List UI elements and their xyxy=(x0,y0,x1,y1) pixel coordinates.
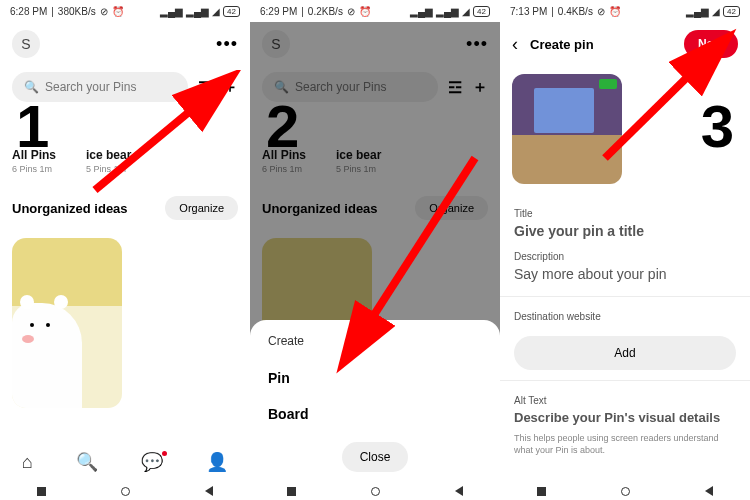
status-time: 7:13 PM xyxy=(510,6,547,17)
more-options-button[interactable]: ••• xyxy=(216,34,238,55)
phone-screen-2: 6:29 PM | 0.2KB/s ⊘ ⏰ ▂▄▆ ▂▄▆ ◢ 42 S ••• xyxy=(250,0,500,500)
home-button[interactable] xyxy=(621,487,630,496)
search-placeholder: Search your Pins xyxy=(45,80,136,94)
step-number-2: 2 xyxy=(266,92,299,161)
android-nav xyxy=(0,482,250,500)
alt-text-label: Alt Text xyxy=(514,395,736,406)
sheet-heading: Create xyxy=(268,334,482,348)
no-sim-icon: ⊘ xyxy=(597,6,605,17)
recents-button[interactable] xyxy=(287,487,296,496)
status-bar: 6:28 PM | 380KB/s ⊘ ⏰ ▂▄▆ ▂▄▆ ◢ 42 xyxy=(0,0,250,22)
filter-icon[interactable]: ☲ xyxy=(198,78,212,97)
no-sim-icon: ⊘ xyxy=(100,6,108,17)
signal-icon-2: ▂▄▆ xyxy=(186,6,209,17)
back-button[interactable] xyxy=(455,486,463,496)
battery-text: 42 xyxy=(223,6,240,17)
profile-avatar[interactable]: S xyxy=(12,30,40,58)
phone-screen-1: 6:28 PM | 380KB/s ⊘ ⏰ ▂▄▆ ▂▄▆ ◢ 42 S •••… xyxy=(0,0,250,500)
create-sheet: Create Pin Board Close xyxy=(250,320,500,482)
add-website-button[interactable]: Add xyxy=(514,336,736,370)
alarm-icon: ⏰ xyxy=(112,6,124,17)
create-pin-option[interactable]: Pin xyxy=(268,360,482,396)
signal-icon-2: ▂▄▆ xyxy=(436,6,459,17)
close-button[interactable]: Close xyxy=(342,442,409,472)
status-net: 0.2KB/s xyxy=(308,6,343,17)
board-ice-bear[interactable]: ice bear 5 Pins 1m xyxy=(86,148,131,174)
title-label: Title xyxy=(514,208,736,219)
wifi-icon: ◢ xyxy=(212,6,220,17)
step-number-3: 3 xyxy=(701,92,734,161)
pin-thumbnail[interactable] xyxy=(12,238,122,408)
status-time: 6:28 PM xyxy=(10,6,47,17)
wifi-icon: ◢ xyxy=(712,6,720,17)
status-bar: 6:29 PM | 0.2KB/s ⊘ ⏰ ▂▄▆ ▂▄▆ ◢ 42 xyxy=(250,0,500,22)
step-number-1: 1 xyxy=(16,92,49,161)
title-input[interactable]: Give your pin a title xyxy=(514,223,736,239)
add-button[interactable]: ＋ xyxy=(222,77,238,98)
signal-icon: ▂▄▆ xyxy=(686,6,709,17)
next-button[interactable]: Next xyxy=(684,30,738,58)
home-icon[interactable]: ⌂ xyxy=(22,452,33,473)
bottom-nav: ⌂ 🔍 💬 👤 xyxy=(0,442,250,482)
organize-button[interactable]: Organize xyxy=(165,196,238,220)
wifi-icon: ◢ xyxy=(462,6,470,17)
status-time: 6:29 PM xyxy=(260,6,297,17)
create-pin-title: Create pin xyxy=(518,37,684,52)
recorder-badge-icon xyxy=(599,79,617,89)
home-button[interactable] xyxy=(371,487,380,496)
signal-icon: ▂▄▆ xyxy=(160,6,183,17)
status-net: 0.4KB/s xyxy=(558,6,593,17)
search-nav-icon[interactable]: 🔍 xyxy=(76,451,98,473)
home-button[interactable] xyxy=(121,487,130,496)
signal-icon: ▂▄▆ xyxy=(410,6,433,17)
recents-button[interactable] xyxy=(37,487,46,496)
description-label: Description xyxy=(514,251,736,262)
unorganized-label: Unorganized ideas xyxy=(12,201,128,216)
alarm-icon: ⏰ xyxy=(609,6,621,17)
no-sim-icon: ⊘ xyxy=(347,6,355,17)
media-preview[interactable] xyxy=(512,74,622,184)
alt-text-helper: This helps people using screen readers u… xyxy=(500,433,750,456)
alt-text-input[interactable]: Describe your Pin's visual details xyxy=(514,410,736,425)
status-bar: 7:13 PM | 0.4KB/s ⊘ ⏰ ▂▄▆ ◢ 42 xyxy=(500,0,750,22)
phone-screen-3: 7:13 PM | 0.4KB/s ⊘ ⏰ ▂▄▆ ◢ 42 ‹ Create … xyxy=(500,0,750,500)
destination-label: Destination website xyxy=(514,311,736,322)
android-nav xyxy=(500,482,750,500)
description-input[interactable]: Say more about your pin xyxy=(514,266,736,282)
android-nav xyxy=(250,482,500,500)
battery-text: 42 xyxy=(473,6,490,17)
chat-icon[interactable]: 💬 xyxy=(141,451,163,473)
battery-text: 42 xyxy=(723,6,740,17)
recents-button[interactable] xyxy=(537,487,546,496)
alarm-icon: ⏰ xyxy=(359,6,371,17)
profile-nav-icon[interactable]: 👤 xyxy=(206,451,228,473)
status-net: 380KB/s xyxy=(58,6,96,17)
create-board-option[interactable]: Board xyxy=(268,396,482,432)
back-button[interactable] xyxy=(205,486,213,496)
back-button[interactable] xyxy=(705,486,713,496)
